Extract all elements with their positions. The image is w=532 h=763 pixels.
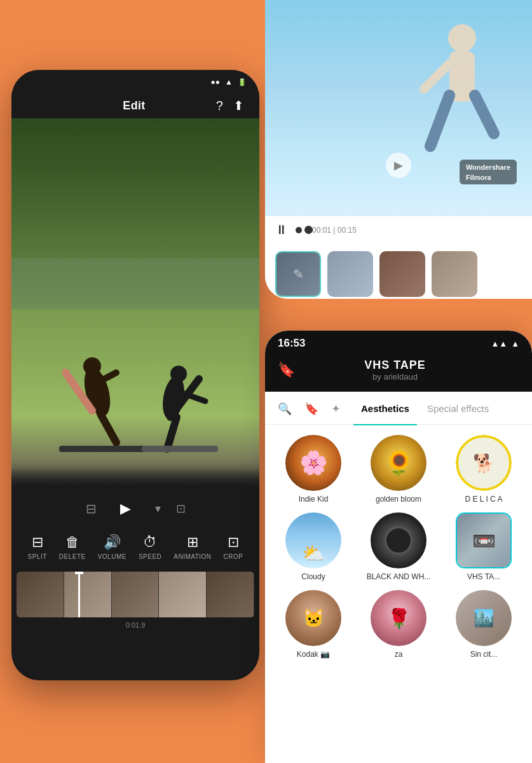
- watermark-text: Wondershare Filmora: [466, 163, 510, 181]
- vhs-header: 🔖 VHS TAPE by arieldaud: [265, 354, 532, 392]
- timeline-seg-1: [17, 572, 64, 617]
- sin-city-label: Sin cit...: [470, 650, 498, 659]
- share-icon[interactable]: ⬆: [233, 98, 244, 113]
- filmora-time: 00:01 | 00:15: [312, 226, 357, 235]
- svg-line-8: [167, 417, 177, 449]
- filmora-pause-btn[interactable]: ⏸: [275, 223, 288, 237]
- indie-kid-circle: 🌸: [285, 435, 341, 491]
- status-icons: ▲▲ ▲: [491, 339, 519, 348]
- timeline-strip[interactable]: [17, 572, 254, 617]
- thumb-4[interactable]: 04: [432, 251, 477, 299]
- svg-rect-11: [142, 446, 218, 452]
- help-icon[interactable]: ?: [216, 99, 223, 113]
- vhs-subtitle: by arieldaud: [305, 372, 485, 382]
- effect-black-white[interactable]: BLACK AND WH...: [360, 512, 437, 581]
- effect-vhs-tape[interactable]: 📼 VHS TA...: [446, 512, 522, 581]
- crop-label: CROP: [224, 553, 243, 560]
- edit-title: Edit: [123, 99, 145, 113]
- playhead[interactable]: [78, 572, 80, 617]
- crop-tool[interactable]: ⊡ CROP: [224, 534, 243, 560]
- play-button[interactable]: ▶: [112, 495, 140, 523]
- vhs-tape-circle: 📼: [456, 512, 512, 568]
- phone-header: Edit ? ⬆: [11, 89, 259, 118]
- svg-rect-10: [59, 446, 148, 452]
- thumb-3[interactable]: 03: [379, 251, 425, 299]
- svg-point-12: [448, 24, 476, 52]
- tab-aesthetics[interactable]: Aesthetics: [353, 399, 417, 418]
- za-circle: 🌹: [371, 590, 426, 646]
- delete-tool[interactable]: 🗑 DELETE: [59, 534, 86, 560]
- vhs-card: 16:53 ▲▲ ▲ 🔖 VHS TAPE by arieldaud 🔍 🔖 ✦…: [265, 331, 532, 763]
- svg-line-16: [424, 64, 449, 89]
- cloudy-circle: ⛅: [285, 512, 341, 568]
- filmora-controls: ⏸ 00:01 | 00:15: [265, 216, 532, 244]
- filmora-card: Wondershare Filmora ▶ ⏸ 00:01 | 00:15 ✎ …: [265, 0, 532, 299]
- animation-label: ANIMATION: [174, 553, 211, 560]
- volume-icon: 🔊: [104, 534, 121, 551]
- svg-line-15: [475, 95, 494, 134]
- volume-down-icon: ▾: [155, 502, 161, 516]
- filmora-thumbnails: ✎ 01 02 03 04: [265, 244, 532, 299]
- speed-tool[interactable]: ⏱ SPEED: [139, 534, 161, 560]
- fullscreen-icon[interactable]: ⊡: [176, 502, 186, 516]
- effect-golden-bloom[interactable]: 🌻 golden bloom: [360, 435, 437, 504]
- sparkle-icon[interactable]: ✦: [331, 402, 341, 416]
- effects-grid: 🌸 Indie Kid 🌻 golden bloom 🐕 D E L I C: [265, 425, 532, 669]
- editing-toolbar: ⊟ SPLIT 🗑 DELETE 🔊 VOLUME ⏱ SPEED ⊞ ANIM…: [11, 528, 259, 567]
- effect-za[interactable]: 🌹 za: [360, 590, 437, 659]
- indie-kid-label: Indie Kid: [299, 495, 329, 504]
- effect-indie-kid[interactable]: 🌸 Indie Kid: [275, 435, 351, 504]
- header-icons: ? ⬆: [216, 98, 244, 113]
- saved-icon[interactable]: 🔖: [304, 402, 318, 416]
- vhs-clock: 16:53: [278, 337, 305, 350]
- yellow-ring: [456, 435, 512, 491]
- effect-cloudy[interactable]: ⛅ Cloudy: [275, 512, 351, 581]
- animation-tool[interactable]: ⊞ ANIMATION: [174, 534, 211, 560]
- filmora-play-arrow[interactable]: ▶: [386, 153, 411, 178]
- filmora-watermark: Wondershare Filmora: [460, 160, 517, 184]
- cloudy-label: Cloudy: [301, 572, 325, 581]
- svg-line-14: [430, 95, 449, 146]
- bookmark-icon[interactable]: 🔖: [278, 362, 295, 378]
- timeline-seg-3: [112, 572, 160, 617]
- za-label: za: [395, 650, 403, 659]
- progress-indicator: [304, 226, 313, 234]
- delete-label: DELETE: [59, 553, 86, 560]
- yoga-figures-svg: [46, 328, 224, 468]
- vhs-tape-label: VHS TA...: [467, 572, 500, 581]
- svg-point-1: [83, 357, 101, 375]
- vhs-search-bar: 🔍 🔖 ✦ Aesthetics Special effects: [265, 392, 532, 418]
- video-background: [11, 118, 259, 487]
- split-tool[interactable]: ⊟ SPLIT: [27, 534, 46, 560]
- effect-sin-city[interactable]: 🏙️ Sin cit...: [446, 590, 522, 659]
- signal-icon: ▲▲: [491, 339, 507, 348]
- trim-icon[interactable]: ⊟: [86, 501, 97, 516]
- animation-icon: ⊞: [187, 534, 198, 551]
- black-white-circle: [371, 512, 426, 568]
- svg-point-6: [170, 366, 187, 382]
- svg-line-4: [100, 414, 116, 443]
- volume-tool[interactable]: 🔊 VOLUME: [98, 534, 126, 560]
- thumb-img-1: ✎: [275, 251, 321, 297]
- golden-bloom-circle: 🌻: [371, 435, 426, 491]
- wifi-icon: ▲: [511, 339, 519, 348]
- effect-kodak[interactable]: 🐱 Kodak 📷: [275, 590, 351, 659]
- kodak-label: Kodak 📷: [297, 650, 330, 659]
- timeline-time: 0:01.9: [11, 617, 259, 633]
- vhs-tabs: Aesthetics Special effects: [353, 399, 519, 418]
- search-icon[interactable]: 🔍: [278, 402, 292, 416]
- delica-label: D E L I C A: [465, 495, 503, 504]
- timeline-seg-2: [64, 572, 112, 617]
- delete-icon: 🗑: [65, 534, 79, 551]
- effect-delica[interactable]: 🐕 D E L I C A: [446, 435, 522, 504]
- speed-icon: ⏱: [143, 534, 157, 551]
- split-icon: ⊟: [32, 534, 43, 551]
- volume-label: VOLUME: [98, 553, 126, 560]
- kodak-circle: 🐱: [285, 590, 341, 646]
- thumb-1[interactable]: ✎ 01: [275, 251, 321, 299]
- tab-special-effects[interactable]: Special effects: [419, 399, 496, 418]
- vhs-status-bar: 16:53 ▲▲ ▲: [265, 331, 532, 354]
- thumb-2[interactable]: 02: [327, 251, 373, 299]
- timeline-seg-4: [159, 572, 207, 617]
- control-bar: ⊟ ▶ ▾ ⊡: [11, 487, 259, 528]
